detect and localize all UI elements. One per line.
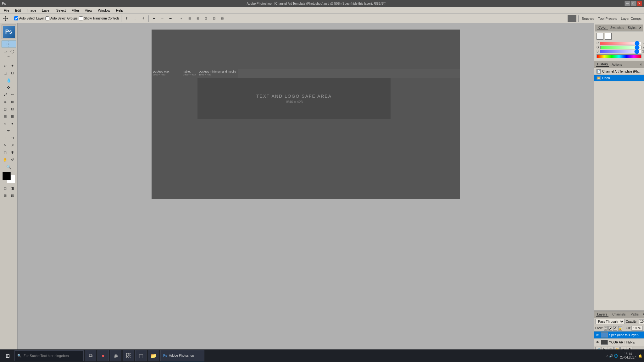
marquee-rect-tool[interactable]: ▭ [2, 48, 9, 55]
distribute-bottom-btn[interactable]: ⊞ [194, 15, 201, 22]
pen-tool[interactable]: ✒ [2, 127, 16, 134]
standard-mode-btn[interactable]: ◻ [2, 185, 9, 192]
color-panel-close[interactable]: ✕ [639, 26, 641, 30]
auto-select-layer-checkbox[interactable] [14, 16, 18, 20]
align-bottom-btn[interactable]: ⬇ [140, 15, 147, 22]
eraser-tool[interactable]: ◻ [2, 106, 9, 112]
lock-pixels-btn[interactable]: 🖌 [608, 326, 612, 331]
color-spectrum[interactable] [597, 54, 641, 58]
chrome-btn[interactable]: ● [97, 350, 109, 361]
taskbar-app2[interactable]: ◉ [110, 350, 121, 361]
auto-select-group-checkbox[interactable] [45, 16, 49, 20]
type-tool[interactable]: T [2, 134, 9, 141]
menu-image[interactable]: Image [24, 8, 39, 13]
minimize-button[interactable]: — [625, 1, 630, 6]
align-top-btn[interactable]: ⬆ [123, 15, 130, 22]
custom-shape-tool[interactable]: ✱ [9, 149, 16, 156]
menu-view[interactable]: View [82, 8, 95, 13]
marquee-ellipse-tool[interactable]: ◯ [9, 48, 16, 55]
menu-window[interactable]: Window [96, 8, 113, 13]
taskbar-app3[interactable]: 🖼 [123, 350, 134, 361]
bg-eraser-tool[interactable]: ⊡ [9, 106, 16, 112]
screen-mode-btn[interactable]: ⊞ [2, 192, 9, 199]
crop-tool[interactable]: ⬚ [2, 69, 9, 76]
search-bar[interactable]: 🔍 Zur Suche Text hier eingeben [14, 350, 84, 361]
bg-color-swatch[interactable] [605, 33, 612, 40]
menu-edit[interactable]: Edit [13, 8, 24, 13]
fg-color-swatch[interactable] [597, 33, 603, 40]
distribute-vert-btn[interactable]: ⊟ [186, 15, 193, 22]
menu-layer[interactable]: Layer [39, 8, 53, 13]
task-view-btn[interactable]: ⧉ [85, 350, 96, 361]
layer-spec[interactable]: 👁 Spec (hide this layer) [594, 332, 644, 339]
layer-art[interactable]: 👁 YOUR ART HERE [594, 339, 644, 346]
auto-select-layer-check[interactable]: Auto Select Layer [14, 16, 44, 20]
layers-panel-close[interactable]: ✕ [642, 312, 644, 317]
blend-mode-select[interactable]: Pass Through Normal Multiply Screen [595, 319, 625, 324]
history-item-open[interactable]: 📂 Open [594, 75, 644, 81]
menu-select[interactable]: Select [54, 8, 69, 13]
dodge-tool[interactable]: ○ [2, 120, 9, 127]
pattern-tool[interactable]: ⊞ [9, 98, 16, 105]
layer-comps-tab[interactable]: Layer Comps [620, 16, 643, 21]
pencil-tool[interactable]: ✏ [9, 91, 16, 98]
show-transform-checkbox[interactable] [79, 16, 83, 20]
vertical-type-tool[interactable]: T [9, 134, 16, 142]
history-tab[interactable]: History [596, 62, 609, 67]
menu-filter[interactable]: Filter [69, 8, 81, 13]
clone-tool[interactable]: ◈ [2, 98, 9, 105]
full-screen-btn[interactable]: ⊡ [9, 192, 16, 199]
distribute-left-btn[interactable]: ⊠ [203, 15, 209, 22]
canvas-area[interactable]: TV 2560 × 1440 Desktop Max 2560 × 423 Ta… [18, 23, 594, 353]
show-transform-check[interactable]: Show Transform Controls [79, 16, 119, 20]
align-left-btn[interactable]: ⬅ [151, 15, 158, 22]
lock-all-btn[interactable]: 🔒 [618, 326, 622, 331]
distribute-top-btn[interactable]: ⌖ [178, 15, 185, 22]
tool-presets-tab[interactable]: Tool Presets [597, 16, 619, 21]
lock-position-btn[interactable]: ✣ [613, 326, 617, 331]
history-panel-close[interactable]: ✕ [640, 63, 642, 66]
gradient-tool[interactable]: ▤ [2, 113, 9, 120]
align-vert-btn[interactable]: ↕ [131, 15, 138, 22]
quick-mask-btn[interactable]: ◨ [9, 185, 16, 192]
color-tab[interactable]: Color [597, 25, 608, 30]
paint-bucket-tool[interactable]: ▦ [9, 113, 16, 120]
color-swatches[interactable] [3, 172, 15, 183]
start-button[interactable]: ⊞ [2, 350, 13, 361]
tool-move-btn[interactable] [1, 15, 10, 22]
canvas-preview-btn[interactable] [568, 15, 576, 22]
lasso-tool[interactable]: ⌒ [2, 55, 16, 62]
g-slider[interactable] [600, 46, 641, 49]
menu-file[interactable]: File [1, 8, 12, 13]
zoom-tool[interactable]: 🔍 [2, 163, 16, 170]
rotate-view-tool[interactable]: ↺ [9, 156, 16, 163]
layer-spec-eye[interactable]: 👁 [595, 333, 600, 337]
notification-btn[interactable]: 🔔 [638, 354, 642, 358]
b-slider[interactable] [600, 50, 641, 53]
distribute-right-btn[interactable]: ⊟ [219, 15, 226, 22]
swatches-tab[interactable]: Swatches [609, 26, 625, 30]
ps-taskbar-app[interactable]: Ps Adobe Photoshop [160, 350, 204, 361]
shape-tool[interactable]: ◻ [2, 149, 9, 156]
styles-tab[interactable]: Styles [626, 26, 637, 30]
menu-help[interactable]: Help [114, 8, 126, 13]
channels-tab[interactable]: Channels [611, 312, 627, 317]
distribute-horiz-btn[interactable]: ⊡ [211, 15, 218, 22]
layer-art-eye[interactable]: 👁 [595, 340, 600, 344]
hand-tool[interactable]: ✋ [2, 156, 9, 163]
auto-select-group-check[interactable]: Auto Select Groups [45, 16, 78, 20]
paths-tab[interactable]: Paths [630, 312, 640, 317]
actions-tab[interactable]: Actions [610, 63, 623, 67]
move-tool[interactable] [2, 41, 16, 47]
align-horiz-btn[interactable]: ↔ [159, 15, 166, 22]
brushes-tab[interactable]: Brushes [580, 16, 596, 21]
taskbar-app4[interactable]: ◫ [135, 350, 147, 361]
lock-transparent-btn[interactable]: ⬚ [604, 326, 608, 331]
heal-tool[interactable]: ✜ [2, 84, 16, 91]
maximize-button[interactable]: □ [630, 1, 636, 6]
layers-tab[interactable]: Layers [596, 312, 608, 317]
close-button[interactable]: ✕ [636, 1, 642, 6]
magic-wand-tool[interactable]: ✦ [9, 62, 16, 69]
history-item-channel-art[interactable]: 📄 Channel Art Template (Ph... [594, 68, 644, 75]
path-select-tool[interactable]: ↖ [2, 142, 9, 149]
